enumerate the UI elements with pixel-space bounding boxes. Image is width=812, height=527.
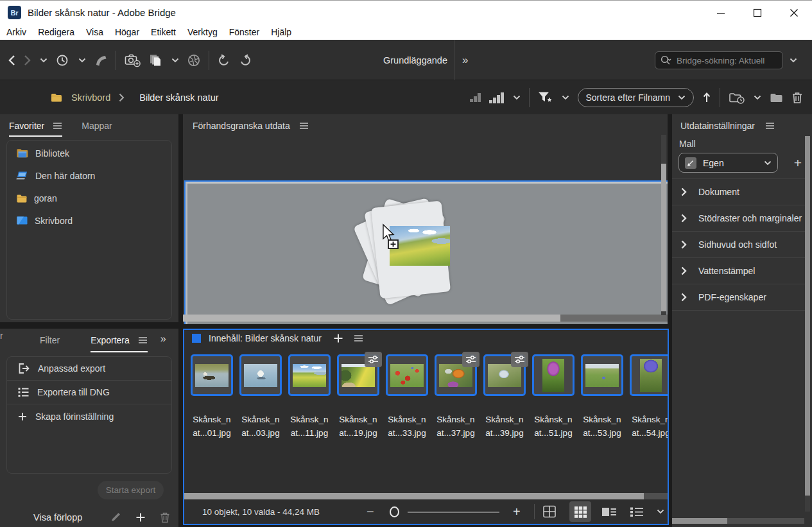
start-export-button[interactable]: Starta export: [98, 481, 164, 499]
breadcrumb-current[interactable]: Bilder skånsk natur: [139, 92, 218, 103]
tab-exportera[interactable]: Exportera: [91, 333, 148, 352]
thumbnail-filename: Skånsk_nat...53.jpg: [581, 413, 623, 440]
thumbnail-at-03-jpg[interactable]: [239, 354, 282, 396]
recent-files-chevron-icon[interactable]: [754, 95, 761, 100]
close-icon[interactable]: [775, 1, 812, 25]
tab-favoriter[interactable]: Favoriter: [9, 121, 62, 137]
breadcrumb-root[interactable]: Skrivbord: [71, 92, 110, 103]
sidebar-item-den-h-r-datorn[interactable]: Den här datorn: [7, 166, 171, 186]
history-chevron-icon[interactable]: [78, 58, 86, 63]
zoom-in-icon[interactable]: +: [513, 499, 521, 524]
sort-ascending-arrow-icon[interactable]: [702, 92, 711, 103]
copy-stack-icon[interactable]: [149, 54, 163, 67]
thumbnail-at-51-jpg[interactable]: [532, 354, 574, 396]
thumbnail-at-01-jpg[interactable]: [191, 354, 233, 396]
menu-f-nster[interactable]: Fönster: [228, 27, 261, 37]
workspace-overflow-chevrons[interactable]: »: [462, 40, 467, 80]
thumbnail-at-39-jpg[interactable]: [483, 354, 526, 396]
recent-files-folder-icon[interactable]: [729, 91, 745, 104]
back-icon[interactable]: [8, 55, 15, 66]
export-overflow-chevrons[interactable]: »: [160, 333, 165, 352]
menu-visa[interactable]: Visa: [85, 27, 105, 37]
menu-etikett[interactable]: Etikett: [150, 27, 177, 37]
list-view-icon[interactable]: [626, 499, 648, 524]
menu-verktyg[interactable]: Verktyg: [186, 27, 219, 37]
template-dropdown[interactable]: Egen: [678, 153, 778, 173]
menu-hj-lp[interactable]: Hjälp: [270, 27, 293, 37]
add-template-icon[interactable]: +: [790, 153, 806, 173]
output-panel-menu-icon[interactable]: [765, 122, 775, 130]
search-input[interactable]: [675, 55, 777, 66]
rating-small-icon[interactable]: [470, 92, 481, 102]
grid-outline-view-icon[interactable]: [539, 499, 560, 524]
undo-icon[interactable]: [218, 54, 230, 67]
edit-pencil-icon[interactable]: [110, 512, 121, 523]
section-sidhuvud-och-sidfot[interactable]: Sidhuvud och sidfot: [672, 232, 805, 258]
thumbnail-at-11-jpg[interactable]: [288, 354, 331, 396]
content-horizontal-scrollbar[interactable]: [184, 493, 668, 499]
grid-filled-view-icon[interactable]: [569, 501, 591, 522]
output-vertical-scrollbar[interactable]: [805, 136, 810, 512]
search-box[interactable]: [655, 51, 783, 69]
output-horizontal-scrollbar[interactable]: [672, 518, 804, 524]
nav-dropdown-chevron-icon[interactable]: [40, 58, 48, 63]
thumbnail-at-33-jpg[interactable]: [386, 354, 428, 396]
thumbnail-cell-at-54-jpg: Skånsk_nat...54.jpg: [630, 354, 669, 440]
new-folder-icon[interactable]: [770, 92, 783, 103]
minimize-icon[interactable]: [702, 1, 739, 25]
section-dokument[interactable]: Dokument: [672, 179, 805, 205]
sort-dropdown[interactable]: Sortera efter Filnamn: [578, 88, 695, 107]
delete-trash-icon[interactable]: [160, 512, 170, 523]
zoom-out-icon[interactable]: −: [367, 499, 374, 524]
boomerang-icon[interactable]: [94, 54, 107, 67]
section-st-draster-och-marginaler[interactable]: Stödraster och marginaler: [672, 205, 805, 232]
copy-stack-chevron-icon[interactable]: [171, 58, 179, 63]
menu-bar: ArkivRedigeraVisaHögarEtikettVerktygFöns…: [0, 24, 812, 40]
workspace-tab-grundlaggande[interactable]: Grundläggande: [374, 40, 456, 80]
redo-icon[interactable]: [239, 54, 252, 67]
sidebar-item-skrivbord[interactable]: Skrivbord: [7, 211, 171, 230]
menu-arkiv[interactable]: Arkiv: [5, 27, 28, 37]
get-photos-from-camera-icon[interactable]: [125, 53, 141, 67]
add-plus-icon[interactable]: [333, 333, 343, 343]
sidebar-item-bibliotek[interactable]: Bibliotek: [7, 143, 171, 163]
export-action-anpassad-export[interactable]: Anpassad export: [7, 357, 171, 381]
export-panel-menu-icon[interactable]: [138, 336, 148, 344]
thumbnail-size-slider-track[interactable]: [408, 512, 499, 513]
camera-raw-aperture-icon[interactable]: [187, 54, 200, 67]
export-action-skapa-f-rinst-llning[interactable]: Skapa förinställning: [7, 404, 171, 428]
add-plus-icon[interactable]: [135, 512, 146, 523]
delete-trash-icon[interactable]: [791, 91, 803, 104]
maximize-icon[interactable]: [739, 1, 775, 25]
rating-large-icon[interactable]: [489, 92, 505, 103]
thumbnail-at-54-jpg[interactable]: [630, 354, 669, 396]
thumbnail-size-slider-knob[interactable]: [390, 506, 399, 517]
search-options-chevron-icon[interactable]: [790, 51, 797, 69]
preview-panel-menu-icon[interactable]: [299, 122, 309, 130]
pathbar-divider: [720, 88, 720, 107]
menu-redigera[interactable]: Redigera: [37, 27, 76, 37]
content-panel-menu-icon[interactable]: [354, 334, 363, 342]
history-clock-icon[interactable]: [56, 54, 70, 67]
export-action-exportera-till-dng[interactable]: Exportera till DNG: [7, 381, 171, 404]
rating-chevron-icon[interactable]: [513, 95, 521, 100]
sidebar-item-goran[interactable]: goran: [7, 188, 171, 208]
section-vattenst-mpel[interactable]: Vattenstämpel: [672, 258, 805, 284]
forward-icon[interactable]: [24, 55, 31, 66]
preview-horizontal-scrollbar[interactable]: [183, 315, 668, 322]
filter-chevron-icon[interactable]: [562, 95, 569, 100]
menu-h-gar[interactable]: Högar: [114, 27, 141, 37]
details-view-icon[interactable]: [598, 499, 620, 524]
thumbnail-at-37-jpg[interactable]: [435, 354, 477, 396]
thumbnail-at-19-jpg[interactable]: [337, 354, 379, 396]
preview-vertical-scrollbar[interactable]: [661, 135, 666, 315]
section-pdf-egenskaper[interactable]: PDF-egenskaper: [672, 284, 805, 311]
thumbnail-grid: Skånsk_nat...01.jpgSkånsk_nat...03.jpgSk…: [191, 354, 669, 440]
tab-filter[interactable]: Filter: [40, 333, 60, 352]
tab-mappar[interactable]: Mappar: [82, 121, 112, 137]
view-options-chevron-icon[interactable]: [650, 499, 669, 524]
section-label: Stödraster och marginaler: [698, 213, 802, 223]
favorites-panel-menu-icon[interactable]: [53, 122, 62, 130]
thumbnail-at-53-jpg[interactable]: [581, 354, 623, 396]
filter-funnel-icon[interactable]: [538, 91, 553, 103]
